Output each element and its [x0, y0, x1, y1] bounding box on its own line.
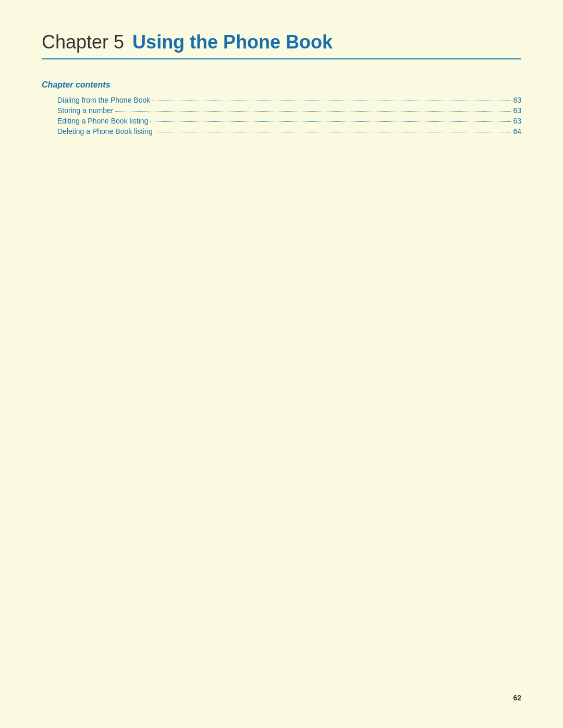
toc-dots [115, 111, 511, 112]
chapter-header: Chapter 5 Using the Phone Book [42, 31, 521, 59]
chapter-contents-section: Chapter contents Dialing from the Phone … [42, 80, 521, 135]
toc-dots [150, 121, 511, 122]
page-number: 62 [513, 694, 521, 702]
toc-dots [152, 101, 511, 101]
chapter-title: Using the Phone Book [132, 31, 333, 53]
toc-link[interactable]: Editing a Phone Book listing [57, 117, 148, 125]
toc-page-number: 63 [513, 106, 521, 115]
toc-page-number: 63 [513, 117, 521, 125]
toc-row: Storing a number63 [42, 106, 521, 115]
toc-row: Editing a Phone Book listing63 [42, 117, 521, 125]
toc-link[interactable]: Dialing from the Phone Book [57, 96, 150, 104]
toc-page-number: 64 [513, 127, 521, 135]
toc-row: Deleting a Phone Book listing64 [42, 127, 521, 135]
page: Chapter 5 Using the Phone Book Chapter c… [0, 0, 563, 728]
toc-link[interactable]: Storing a number [57, 106, 113, 115]
chapter-contents-label: Chapter contents [42, 80, 521, 90]
toc-page-number: 63 [513, 96, 521, 104]
toc-dots [155, 132, 511, 132]
toc-list: Dialing from the Phone Book63Storing a n… [42, 96, 521, 135]
toc-link[interactable]: Deleting a Phone Book listing [57, 127, 153, 135]
toc-row: Dialing from the Phone Book63 [42, 96, 521, 104]
chapter-prefix: Chapter 5 [42, 31, 124, 53]
